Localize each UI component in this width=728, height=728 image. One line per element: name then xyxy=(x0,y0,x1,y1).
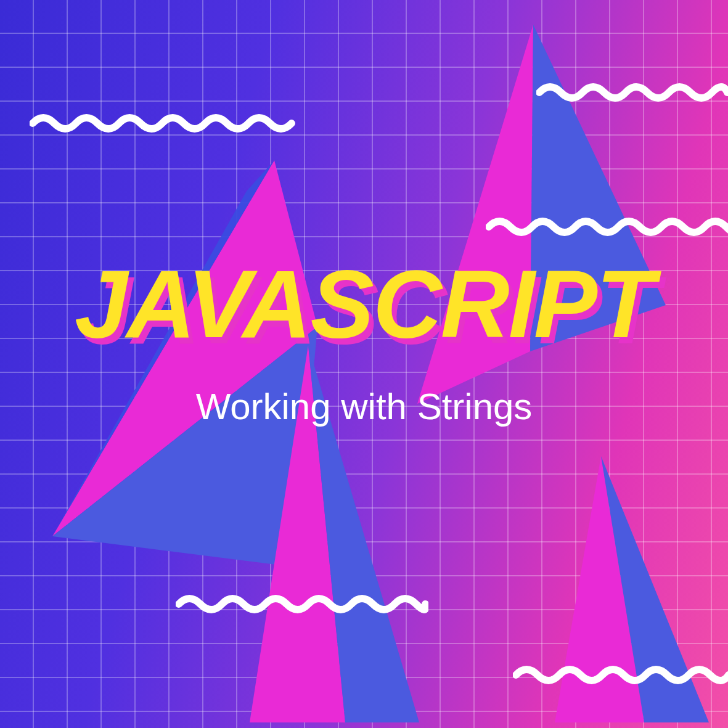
text-block: JAVASCRIPT Working with Strings xyxy=(0,259,728,428)
poster-canvas: JAVASCRIPT Working with Strings xyxy=(0,0,728,728)
squiggle-bottom-right xyxy=(513,663,728,687)
title: JAVASCRIPT xyxy=(75,259,653,350)
subtitle: Working with Strings xyxy=(0,385,728,428)
squiggle-bottom-center xyxy=(176,592,428,616)
squiggle-top-right xyxy=(536,80,728,105)
squiggle-mid-right xyxy=(486,215,728,239)
squiggle-top-left xyxy=(30,111,301,136)
